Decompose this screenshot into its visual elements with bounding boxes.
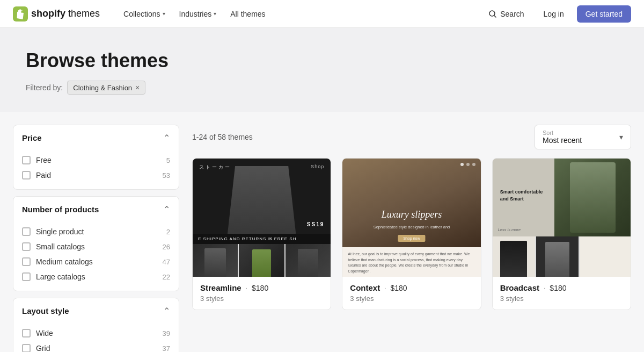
login-button[interactable]: Log in: [537, 5, 570, 23]
price-filter-items: Free 5 Paid 53: [13, 150, 179, 189]
logo-text: shopify themes: [31, 8, 100, 19]
broadcast-left: Smart comfortable and Smart: [493, 159, 555, 236]
theme-card-broadcast[interactable]: Smart comfortable and Smart Less is more: [492, 158, 631, 310]
themes-content: 1-24 of 58 themes Sort Most recent ▾ ストー…: [192, 125, 631, 352]
streamline-img-2: [239, 244, 284, 277]
filter-item-grid: Grid 37: [22, 341, 170, 352]
filter-count-single: 2: [166, 228, 170, 236]
streamline-bottom-grid: [193, 244, 331, 277]
context-subtitle: Sophisticated style designed in leather …: [374, 224, 450, 230]
streamline-img-3: [286, 244, 331, 277]
context-dot: ·: [384, 284, 386, 292]
broadcast-info: Broadcast · $180 3 styles: [493, 277, 631, 310]
filter-count-small: 26: [163, 243, 170, 251]
collections-chevron-icon: ▾: [163, 11, 165, 17]
broadcast-bottom-grid: Comfortable and Smart: [493, 236, 631, 277]
streamline-overlay-text: ストーカー: [199, 164, 231, 171]
sort-label: Sort: [543, 130, 582, 136]
theme-grid: ストーカー Shop SS19 E SHIPPING AND RETURNS ✉…: [192, 158, 631, 310]
filter-checkbox-grid[interactable]: [22, 344, 31, 352]
price-filter-title: Price: [22, 133, 42, 142]
products-filter-section: Number of products ⌃ Single product 2 Sm…: [13, 196, 179, 291]
sort-chevron-icon: ▾: [619, 133, 623, 141]
streamline-figure: [224, 166, 300, 234]
filter-item-wide: Wide 39: [22, 326, 170, 341]
broadcast-dot: ·: [544, 284, 545, 292]
theme-card-streamline[interactable]: ストーカー Shop SS19 E SHIPPING AND RETURNS ✉…: [192, 158, 331, 310]
layout-toggle-icon: ⌃: [163, 306, 170, 316]
sidebar-filters: Price ⌃ Free 5 Paid 53: [13, 125, 179, 352]
industries-nav[interactable]: Industries ▾: [173, 5, 223, 23]
filter-checkbox-large[interactable]: [22, 272, 31, 281]
filter-item-free: Free 5: [22, 153, 170, 168]
filter-checkbox-wide[interactable]: [22, 329, 31, 337]
sort-dropdown[interactable]: Sort Most recent ▾: [535, 125, 631, 149]
broadcast-person: [554, 159, 631, 236]
streamline-season-label: SS19: [307, 221, 324, 227]
filter-count-paid: 53: [163, 171, 170, 179]
layout-filter-section: Layout style ⌃ Wide 39 Grid 37: [13, 298, 179, 352]
theme-image-broadcast: Smart comfortable and Smart Less is more: [493, 159, 631, 277]
broadcast-styles: 3 styles: [500, 294, 524, 303]
industries-label: Industries: [179, 10, 212, 18]
theme-card-context[interactable]: Luxury slippers Sophisticated style desi…: [342, 158, 481, 310]
streamline-dot: ·: [246, 284, 247, 292]
context-info: Context · $180 3 styles: [342, 277, 480, 310]
filter-count-wide: 39: [163, 329, 170, 337]
theme-image-streamline: ストーカー Shop SS19 E SHIPPING AND RETURNS ✉…: [193, 159, 331, 277]
filter-item-paid: Paid 53: [22, 168, 170, 183]
filter-checkbox-paid[interactable]: [22, 171, 31, 179]
theme-image-context: Luxury slippers Sophisticated style desi…: [342, 159, 480, 277]
context-description: At Inez, our goal is to improve quality …: [348, 252, 475, 274]
streamline-shipping-text: E SHIPPING AND RETURNS ✉ FREE SH: [198, 236, 296, 241]
context-name: Context: [350, 283, 380, 292]
price-filter-toggle[interactable]: Price ⌃: [13, 125, 179, 150]
search-button[interactable]: Search: [482, 5, 530, 23]
filter-row: Filtered by: Clothing & Fashion ×: [26, 81, 618, 95]
filter-label-single: Single product: [36, 227, 84, 236]
filter-checkbox-medium[interactable]: [22, 257, 31, 266]
collections-nav[interactable]: Collections ▾: [117, 5, 171, 23]
broadcast-headline: Smart comfortable and Smart: [500, 189, 547, 202]
filter-label-wide: Wide: [36, 329, 53, 337]
price-toggle-icon: ⌃: [163, 133, 170, 143]
context-price: $180: [391, 284, 407, 292]
layout-filter-toggle[interactable]: Layout style ⌃: [13, 298, 179, 324]
filter-label: Filtered by:: [26, 83, 63, 92]
all-themes-label: All themes: [230, 10, 265, 18]
collections-label: Collections: [123, 10, 160, 18]
get-started-button[interactable]: Get started: [577, 5, 631, 23]
price-filter-section: Price ⌃ Free 5 Paid 53: [13, 125, 179, 190]
page-title: Browse themes: [26, 49, 618, 72]
filter-label-large: Large catalogs: [36, 272, 85, 281]
filter-checkbox-small[interactable]: [22, 242, 31, 251]
filter-tag-clothing[interactable]: Clothing & Fashion ×: [67, 81, 145, 95]
products-filter-items: Single product 2 Small catalogs 26 Mediu…: [13, 222, 179, 291]
broadcast-name: Broadcast: [500, 283, 539, 292]
filter-checkbox-free[interactable]: [22, 156, 31, 164]
search-label: Search: [500, 10, 524, 18]
filter-count-medium: 47: [163, 258, 170, 266]
layout-filter-items: Wide 39 Grid 37 Collage 14: [13, 324, 179, 352]
all-themes-nav[interactable]: All themes: [224, 5, 272, 23]
streamline-name: Streamline: [200, 283, 241, 292]
filter-count-large: 22: [163, 273, 170, 281]
broadcast-price: $180: [550, 284, 566, 292]
filter-checkbox-single[interactable]: [22, 227, 31, 236]
filter-remove-icon[interactable]: ×: [135, 83, 140, 92]
broadcast-img-3: Comfortable and Smart: [580, 236, 631, 277]
filter-tag-text: Clothing & Fashion: [73, 84, 132, 92]
streamline-info: Streamline · $180 3 styles: [193, 277, 331, 310]
broadcast-tagline: Less is more: [498, 227, 521, 232]
logo[interactable]: shopify themes: [13, 6, 100, 21]
filter-item-large: Large catalogs 22: [22, 269, 170, 284]
filter-label-medium: Medium catalogs: [36, 257, 93, 266]
streamline-styles: 3 styles: [200, 294, 224, 303]
content-header: 1-24 of 58 themes Sort Most recent ▾: [192, 125, 631, 149]
filter-count-grid: 37: [163, 344, 170, 353]
streamline-shop-tag: Shop: [311, 164, 324, 169]
context-bottom: At Inez, our goal is to improve quality …: [342, 247, 480, 277]
products-filter-toggle[interactable]: Number of products ⌃: [13, 197, 179, 222]
context-cta-button[interactable]: Shop now: [398, 235, 425, 242]
context-styles: 3 styles: [350, 294, 374, 303]
